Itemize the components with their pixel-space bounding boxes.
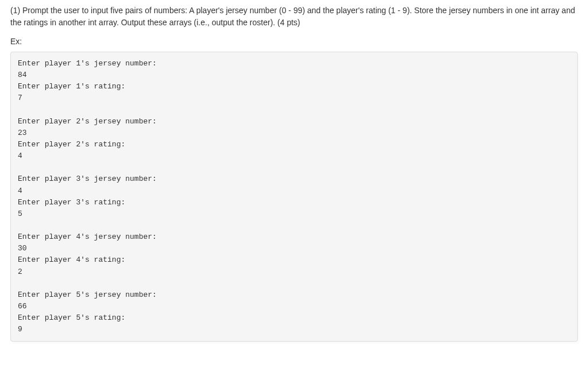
- example-label: Ex:: [10, 37, 578, 46]
- example-output-code: Enter player 1's jersey number: 84 Enter…: [10, 52, 578, 342]
- problem-instructions: (1) Prompt the user to input five pairs …: [10, 5, 578, 29]
